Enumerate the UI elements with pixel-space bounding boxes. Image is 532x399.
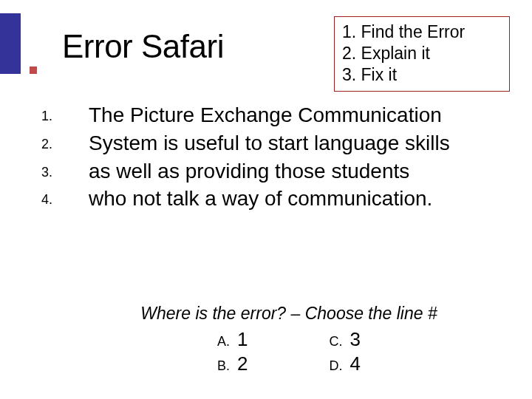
question-prompt: Where is the error? – Choose the line #	[78, 302, 499, 324]
slide: Error Safari 1. Find the Error 2. Explai…	[0, 0, 532, 399]
sentence-text: who not talk a way of communication.	[89, 187, 432, 210]
accent-square	[30, 66, 37, 74]
accent-bar	[0, 13, 21, 74]
option-value: 4	[350, 352, 361, 375]
sentence-line-1: The Picture Exchange Communication	[41, 102, 507, 129]
option-value: 1	[237, 328, 248, 351]
step-line-2: 2. Explain it	[342, 43, 502, 64]
option-value: 2	[237, 352, 248, 375]
sentence-line-3: as well as providing those students	[41, 158, 507, 185]
step-line-1: 1. Find the Error	[342, 21, 502, 43]
option-letter: C.	[330, 334, 343, 349]
option-value: 3	[350, 328, 361, 351]
sentence-text: The Picture Exchange Communication	[89, 103, 442, 126]
options-col-left: A. 1 B. 2	[217, 328, 248, 375]
sentence-list: The Picture Exchange Communication Syste…	[41, 102, 507, 214]
question-overlay: Where is the error? – Choose the line # …	[78, 302, 499, 383]
option-letter: A.	[217, 334, 230, 349]
option-c[interactable]: C. 3	[330, 328, 361, 351]
option-d[interactable]: D. 4	[330, 352, 361, 375]
option-letter: B.	[217, 358, 230, 374]
sentence-text: as well as providing those students	[89, 160, 409, 183]
options-row: A. 1 B. 2 C. 3 D. 4	[78, 328, 499, 375]
sentence-text: System is useful to start language skill…	[89, 132, 450, 154]
steps-box: 1. Find the Error 2. Explain it 3. Fix i…	[334, 16, 510, 92]
option-a[interactable]: A. 1	[217, 328, 248, 351]
step-line-3: 3. Fix it	[342, 64, 502, 86]
option-letter: D.	[330, 358, 343, 374]
slide-title: Error Safari	[62, 28, 224, 65]
sentence-line-2: System is useful to start language skill…	[41, 130, 507, 157]
option-b[interactable]: B. 2	[217, 352, 248, 375]
options-col-right: C. 3 D. 4	[330, 328, 361, 375]
sentence-line-4: who not talk a way of communication.	[41, 185, 507, 212]
